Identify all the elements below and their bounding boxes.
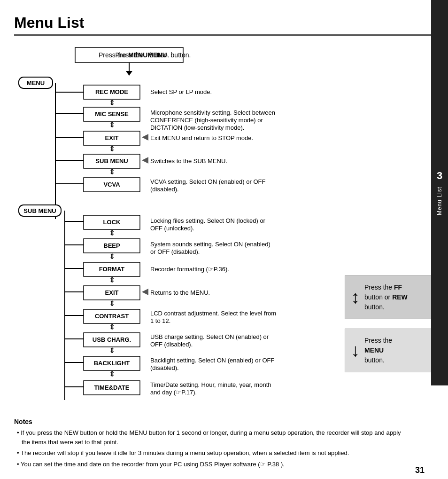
ff-rew-arrow: ↕ <box>351 287 360 307</box>
svg-text:DICTATION (low-sensitivity mod: DICTATION (low-sensitivity mode). <box>150 124 244 131</box>
svg-text:⇕: ⇕ <box>109 229 115 237</box>
svg-text:Backlight setting. Select ON (: Backlight setting. Select ON (enabled) o… <box>150 357 275 364</box>
svg-text:BACKLIGHT: BACKLIGHT <box>94 360 130 367</box>
svg-text:⇕: ⇕ <box>109 252 115 260</box>
svg-text:CONFERENCE (high-sensitivity m: CONFERENCE (high-sensitivity mode) or <box>150 117 263 124</box>
page-title: Menu List <box>14 14 434 31</box>
svg-text:⇕: ⇕ <box>109 370 115 378</box>
svg-text:MENU: MENU <box>27 79 45 86</box>
svg-text:⇕: ⇕ <box>109 168 115 176</box>
left-panel: Press the MENU button. Press the MENU bu… <box>14 45 373 413</box>
svg-text:⇕: ⇕ <box>109 121 115 129</box>
svg-text:Select SP or LP mode.: Select SP or LP mode. <box>150 88 212 95</box>
svg-marker-6 <box>126 71 132 76</box>
svg-text:⇕: ⇕ <box>109 145 115 153</box>
svg-text:⇕: ⇕ <box>109 299 115 307</box>
svg-text:or OFF (disabled).: or OFF (disabled). <box>150 248 200 255</box>
svg-marker-26 <box>142 134 148 141</box>
svg-marker-63 <box>142 289 148 295</box>
svg-text:and day (☞P.17).: and day (☞P.17). <box>150 389 197 396</box>
page-number: 31 <box>415 465 425 475</box>
svg-text:button.: button. <box>171 51 191 59</box>
svg-text:Time/Date setting. Hour, minut: Time/Date setting. Hour, minute, year, m… <box>150 381 271 388</box>
chapter-sidebar: 3 Menu List <box>431 0 448 385</box>
svg-text:Microphone sensitivity setting: Microphone sensitivity setting. Select b… <box>150 109 275 116</box>
svg-text:⇕: ⇕ <box>109 346 115 354</box>
svg-text:USB charge setting. Select ON : USB charge setting. Select ON (enabled) … <box>150 333 269 340</box>
svg-text:SUB MENU: SUB MENU <box>95 157 128 165</box>
svg-text:Recorder formatting (☞P.36).: Recorder formatting (☞P.36). <box>150 266 229 273</box>
note-item-3: • You can set the time and date on the r… <box>14 460 406 469</box>
svg-text:EXIT: EXIT <box>105 134 119 141</box>
main-content: Press the MENU button. Press the MENU bu… <box>14 45 434 413</box>
notes-title: Notes <box>14 418 406 425</box>
svg-text:Press the MENU button.: Press the MENU button. <box>99 51 170 59</box>
flow-diagram: Press the MENU button. Press the MENU bu… <box>14 45 315 412</box>
svg-text:⇕: ⇕ <box>109 323 115 331</box>
svg-text:FORMAT: FORMAT <box>99 266 125 273</box>
svg-text:OFF (unlocked).: OFF (unlocked). <box>150 225 194 232</box>
svg-text:BEEP: BEEP <box>103 242 120 249</box>
svg-text:SUB MENU: SUB MENU <box>23 207 56 214</box>
chapter-title: Menu List <box>436 187 443 215</box>
note-item-1: • If you press the NEW button or hold th… <box>14 428 406 447</box>
menu-text: Press theMENUbutton. <box>364 336 392 365</box>
svg-text:MIC SENSE: MIC SENSE <box>95 110 129 118</box>
right-boxes: ↕ Press the FFbutton or REWbutton. ↓ Pre… <box>345 275 434 413</box>
title-divider <box>14 34 434 36</box>
svg-marker-32 <box>142 157 148 164</box>
menu-press-box: ↓ Press theMENUbutton. <box>345 329 434 372</box>
svg-text:Locking files setting. Select : Locking files setting. Select ON (locked… <box>150 217 266 224</box>
svg-text:REC MODE: REC MODE <box>95 88 128 95</box>
svg-text:LOCK: LOCK <box>103 219 121 226</box>
svg-text:VCVA: VCVA <box>103 181 120 188</box>
svg-text:USB CHARG.: USB CHARG. <box>93 336 131 343</box>
notes-section: Notes • If you press the NEW button or h… <box>14 418 434 469</box>
svg-text:OFF (disabled).: OFF (disabled). <box>150 341 193 348</box>
svg-text:VCVA setting. Select ON (enabl: VCVA setting. Select ON (enabled) or OFF <box>150 178 265 185</box>
svg-text:EXIT: EXIT <box>105 289 119 296</box>
svg-text:⇕: ⇕ <box>109 276 115 284</box>
note-item-2: • The recorder will stop if you leave it… <box>14 448 406 458</box>
ff-rew-text: Press the FFbutton or REWbutton. <box>364 283 408 312</box>
svg-text:(disabled).: (disabled). <box>150 364 179 371</box>
chapter-number: 3 <box>437 170 442 182</box>
svg-text:TIME&DATE: TIME&DATE <box>94 384 130 391</box>
svg-text:LCD contrast adjustment. Selec: LCD contrast adjustment. Select the leve… <box>150 310 276 317</box>
svg-text:Returns to the MENU.: Returns to the MENU. <box>150 289 210 296</box>
svg-text:Exit MENU and return to STOP m: Exit MENU and return to STOP mode. <box>150 134 253 141</box>
svg-text:Switches to the SUB MENU.: Switches to the SUB MENU. <box>150 157 227 165</box>
menu-arrow: ↓ <box>351 340 360 361</box>
svg-text:CONTRAST: CONTRAST <box>95 313 129 320</box>
svg-text:1 to 12.: 1 to 12. <box>150 317 170 324</box>
svg-text:⇕: ⇕ <box>109 99 115 107</box>
svg-text:(disabled).: (disabled). <box>150 186 179 193</box>
ff-rew-box: ↕ Press the FFbutton or REWbutton. <box>345 275 434 319</box>
svg-text:System sounds setting. Select : System sounds setting. Select ON (enable… <box>150 241 270 248</box>
